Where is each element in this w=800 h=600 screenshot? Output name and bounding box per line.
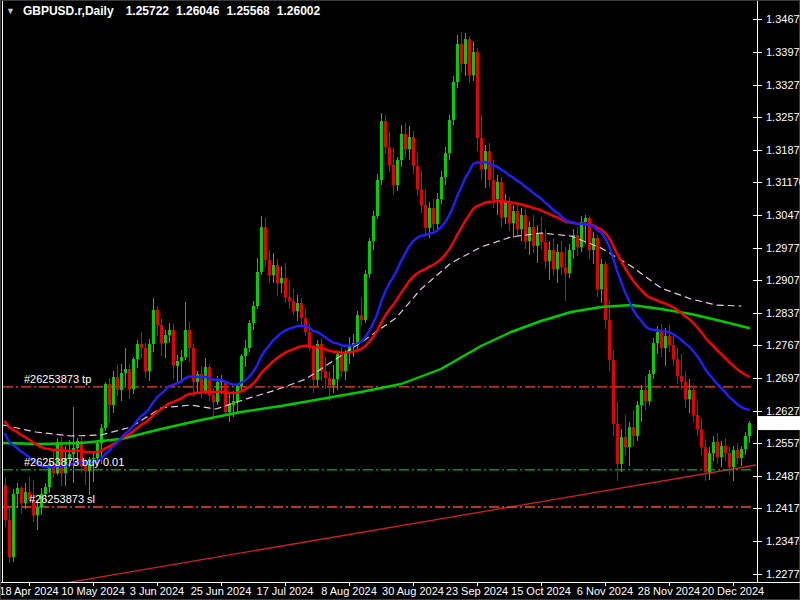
svg-text:1.33270: 1.33270	[766, 79, 800, 91]
svg-text:1.26970: 1.26970	[766, 372, 800, 384]
price-chart-canvas[interactable]: 1.346701.339701.332701.325701.318701.311…	[1, 1, 800, 600]
svg-text:1.26270: 1.26270	[766, 405, 800, 417]
current-price-badge: 1.26002	[758, 416, 800, 430]
svg-text:28 Nov 2024: 28 Nov 2024	[638, 585, 700, 597]
svg-text:1.26002: 1.26002	[761, 417, 800, 429]
svg-text:1.27670: 1.27670	[766, 339, 800, 351]
svg-text:10 May 2024: 10 May 2024	[61, 585, 125, 597]
svg-text:1.31870: 1.31870	[766, 144, 800, 156]
svg-text:3 Jun 2024: 3 Jun 2024	[130, 585, 184, 597]
svg-text:8 Aug 2024: 8 Aug 2024	[321, 585, 377, 597]
svg-text:1.28370: 1.28370	[766, 307, 800, 319]
chart-window: 1.346701.339701.332701.325701.318701.311…	[0, 0, 800, 600]
svg-text:17 Jul 2024: 17 Jul 2024	[257, 585, 314, 597]
svg-text:1.24870: 1.24870	[766, 470, 800, 482]
svg-text:1.34670: 1.34670	[766, 13, 800, 25]
svg-text:25 Jun 2024: 25 Jun 2024	[191, 585, 252, 597]
svg-text:6 Nov 2024: 6 Nov 2024	[577, 585, 633, 597]
svg-text:20 Dec 2024: 20 Dec 2024	[702, 585, 764, 597]
svg-text:1.32570: 1.32570	[766, 111, 800, 123]
svg-text:1.24170: 1.24170	[766, 502, 800, 514]
svg-text:1.29070: 1.29070	[766, 274, 800, 286]
order-sl-label[interactable]: #26253873 sl	[29, 493, 95, 505]
svg-text:1.30470: 1.30470	[766, 209, 800, 221]
svg-text:18 Apr 2024: 18 Apr 2024	[1, 585, 59, 597]
title-close-value: 1.26002	[277, 4, 320, 18]
svg-text:1.31170: 1.31170	[766, 176, 800, 188]
title-low-value: 1.25568	[226, 4, 269, 18]
svg-text:23 Sep 2024: 23 Sep 2024	[446, 585, 508, 597]
svg-text:30 Aug 2024: 30 Aug 2024	[382, 585, 444, 597]
svg-text:1.25570: 1.25570	[766, 437, 800, 449]
svg-text:1.29770: 1.29770	[766, 242, 800, 254]
svg-text:1.22770: 1.22770	[766, 568, 800, 580]
title-open-value: 1.25722	[126, 4, 169, 18]
candlesticks	[4, 32, 751, 563]
svg-text:15 Oct 2024: 15 Oct 2024	[511, 585, 571, 597]
order-tp-label[interactable]: #26253873 tp	[24, 373, 91, 385]
collapse-triangle-icon[interactable]: ▼	[6, 6, 15, 16]
svg-text:1.33970: 1.33970	[766, 46, 800, 58]
symbol-period-label: GBPUSD.r,Daily	[23, 4, 114, 18]
trendline[interactable]	[1, 465, 756, 594]
title-high-value: 1.26046	[176, 4, 219, 18]
svg-text:1.23470: 1.23470	[766, 535, 800, 547]
order-buy-label[interactable]: #26253873 buy 0.01	[24, 456, 124, 468]
chart-title-bar: ▼ GBPUSD.r,Daily 1.25722 1.26046 1.25568…	[6, 4, 320, 18]
